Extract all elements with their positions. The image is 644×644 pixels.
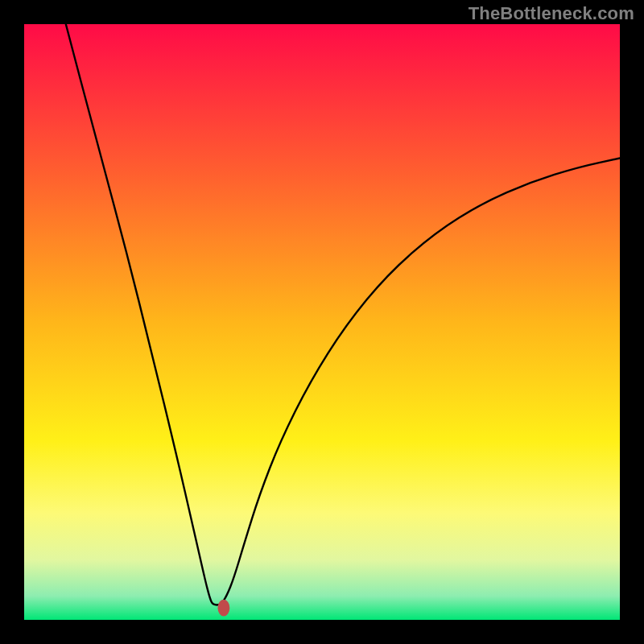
- chart-frame: [24, 24, 620, 620]
- gradient-background: [24, 24, 620, 620]
- min-marker-dot: [218, 600, 230, 617]
- watermark-text: TheBottleneck.com: [469, 3, 634, 24]
- bottleneck-chart: [24, 24, 620, 620]
